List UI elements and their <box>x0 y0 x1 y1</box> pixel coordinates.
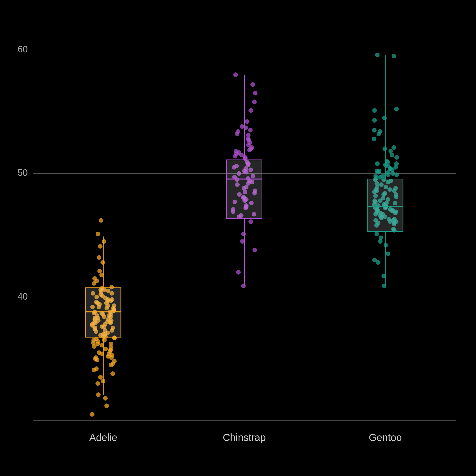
chart-container <box>0 0 476 476</box>
